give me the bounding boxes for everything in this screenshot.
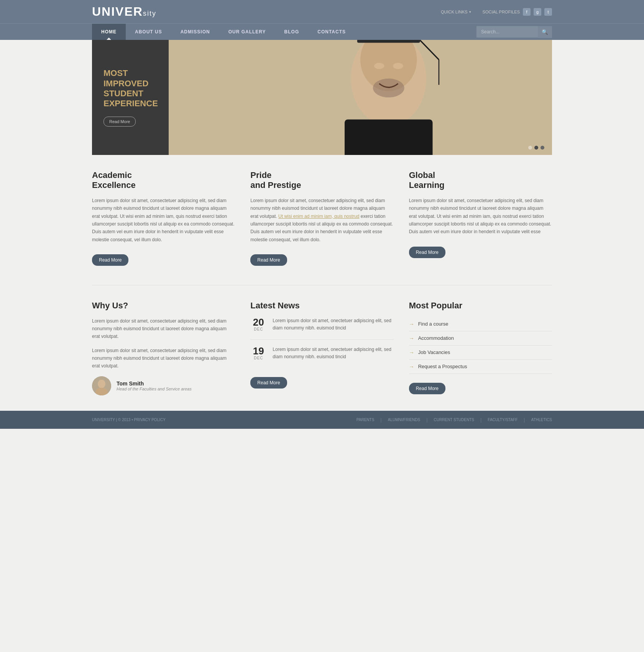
nav-item-home[interactable]: HOME — [92, 24, 126, 40]
col-academic-text: Lorem ipsum dolor sit amet, consectetuer… — [92, 197, 235, 244]
person-name: Tom Smith — [117, 380, 192, 387]
logo[interactable]: UNIVERsity — [92, 5, 156, 19]
nav-search: 🔍 — [476, 26, 552, 38]
navigation: HOME ABOUT US ADMISSION OUR GALLERY BLOG… — [0, 23, 644, 40]
google-icon[interactable]: g — [534, 8, 541, 16]
arrow-icon-2: → — [409, 335, 414, 341]
popular-text-1: Find a course — [418, 321, 449, 327]
popular-item-2[interactable]: → Accommodation — [409, 331, 552, 346]
slider-dot-1[interactable] — [528, 146, 532, 150]
footer-link-parents[interactable]: PARENTS — [356, 418, 375, 422]
popular-text-2: Accommodation — [418, 335, 454, 341]
search-input[interactable] — [476, 26, 538, 38]
news-text-1: Lorem ipsum dolor sit amet, onectetuer a… — [273, 317, 393, 332]
feature-columns: AcademicExcellence Lorem ipsum dolor sit… — [92, 170, 552, 266]
top-bar: UNIVERsity QUICK LINKS ▾ SOCIAL PROFILES… — [0, 0, 644, 23]
section-divider — [92, 285, 552, 285]
bottom-columns: Why Us? Lorem ipsum dolor sit amet, cons… — [92, 301, 552, 395]
slider-dot-3[interactable] — [540, 146, 544, 150]
news-read-more-button[interactable]: Read More — [250, 377, 287, 389]
hero-image — [169, 40, 552, 155]
facebook-icon[interactable]: f — [523, 8, 531, 16]
col-global: GlobalLearning Lorem ipsum dolor sit ame… — [409, 170, 552, 266]
arrow-icon-4: → — [409, 364, 414, 370]
nav-item-gallery[interactable]: OUR GALLERY — [219, 24, 275, 40]
col-academic: AcademicExcellence Lorem ipsum dolor sit… — [92, 170, 235, 266]
nav-item-admission[interactable]: ADMISSION — [171, 24, 219, 40]
slider-dot-2[interactable] — [534, 146, 538, 150]
popular-text-4: Request a Prospectus — [418, 364, 467, 369]
news-date-num-1: 20 — [250, 317, 266, 327]
twitter-icon[interactable]: t — [544, 8, 552, 16]
col-global-text: Lorem ipsum dolor sit amet, consectetuer… — [409, 197, 552, 236]
news-item-2: 19 DEC Lorem ipsum dolor sit amet, onect… — [250, 346, 393, 361]
popular-text-3: Job Vacancies — [418, 349, 450, 355]
popular-item-1[interactable]: → Find a course — [409, 317, 552, 331]
search-button[interactable]: 🔍 — [538, 26, 552, 38]
footer-left: UNIVERSITY | © 2013 • PRIVACY POLICY — [92, 418, 166, 422]
nav-item-blog[interactable]: BLOG — [275, 24, 309, 40]
footer-link-athletics[interactable]: ATHLETICS — [531, 418, 552, 422]
footer-right: PARENTS | ALUMNI/FRIENDS | CURRENT STUDE… — [356, 417, 552, 423]
col-global-title: GlobalLearning — [409, 170, 552, 191]
avatar — [92, 376, 111, 395]
footer-link-faculty[interactable]: FACULTY/STAFF — [488, 418, 518, 422]
hero-text-panel: MOST IMPROVED STUDENT EXPERIENCE Read Mo… — [92, 40, 169, 155]
popular-item-4[interactable]: → Request a Prospectus — [409, 360, 552, 374]
popular-item-3[interactable]: → Job Vacancies — [409, 346, 552, 360]
arrow-icon-1: → — [409, 321, 414, 327]
arrow-icon-3: → — [409, 349, 414, 356]
why-us-title: Why Us? — [92, 301, 235, 311]
col-pride-read-more-button[interactable]: Read More — [250, 254, 287, 266]
most-popular-title: Most Popular — [409, 301, 552, 311]
col-latest-news: Latest News 20 DEC Lorem ipsum dolor sit… — [250, 301, 393, 395]
news-date-block-2: 19 DEC — [250, 346, 266, 360]
nav-item-about[interactable]: ABOUT US — [126, 24, 171, 40]
nav-item-contacts[interactable]: CONTACTS — [308, 24, 355, 40]
svg-point-8 — [374, 63, 384, 69]
news-date-block-1: 20 DEC — [250, 317, 266, 331]
col-pride-link[interactable]: Ut wisi enim ad minim iam, quis nostrud — [278, 214, 359, 219]
news-item-1: 20 DEC Lorem ipsum dolor sit amet, onect… — [250, 317, 393, 332]
quick-links[interactable]: QUICK LINKS ▾ — [441, 10, 471, 14]
col-pride-text: Lorem ipsum dolor sit amet, consectetuer… — [250, 197, 393, 244]
why-us-text2: Lorem ipsum dolor sit amet, consectetuer… — [92, 347, 235, 370]
svg-point-12 — [98, 380, 105, 388]
logo-thin: sity — [143, 10, 156, 17]
col-pride: Prideand Prestige Lorem ipsum dolor sit … — [250, 170, 393, 266]
footer-link-students[interactable]: CURRENT STUDENTS — [434, 418, 474, 422]
logo-bold: UNIVER — [92, 5, 143, 18]
footer-link-alumni[interactable]: ALUMNI/FRIENDS — [388, 418, 420, 422]
footer-copyright: UNIVERSITY | © 2013 • PRIVACY POLICY — [92, 418, 166, 422]
slider-dots — [528, 146, 544, 150]
dropdown-arrow-icon: ▾ — [469, 10, 471, 14]
col-academic-read-more-button[interactable]: Read More — [92, 254, 128, 266]
news-date-num-2: 19 — [250, 346, 266, 356]
main-content: AcademicExcellence Lorem ipsum dolor sit… — [0, 155, 644, 411]
col-why-us: Why Us? Lorem ipsum dolor sit amet, cons… — [92, 301, 235, 395]
person-block: Tom Smith Head of the Faculties and Serv… — [92, 376, 235, 395]
person-title: Head of the Faculties and Service areas — [117, 387, 192, 391]
why-us-text1: Lorem ipsum dolor sit amet, consectetuer… — [92, 317, 235, 341]
svg-rect-3 — [357, 40, 420, 43]
news-text-2: Lorem ipsum dolor sit amet, onectetuer a… — [273, 346, 393, 361]
svg-point-9 — [393, 63, 403, 69]
footer: UNIVERSITY | © 2013 • PRIVACY POLICY PAR… — [0, 411, 644, 429]
hero-read-more-button[interactable]: Read More — [104, 117, 136, 127]
svg-rect-7 — [345, 119, 433, 155]
hero-slider: MOST IMPROVED STUDENT EXPERIENCE Read Mo… — [92, 40, 552, 155]
col-pride-title: Prideand Prestige — [250, 170, 393, 191]
latest-news-title: Latest News — [250, 301, 393, 311]
col-global-read-more-button[interactable]: Read More — [409, 247, 445, 258]
news-divider — [250, 339, 393, 340]
social-profiles: SOCIAL PROFILES f g t — [483, 8, 552, 16]
col-most-popular: Most Popular → Find a course → Accommoda… — [409, 301, 552, 395]
popular-read-more-button[interactable]: Read More — [409, 383, 445, 394]
col-academic-title: AcademicExcellence — [92, 170, 235, 191]
person-info: Tom Smith Head of the Faculties and Serv… — [117, 380, 192, 391]
top-right: QUICK LINKS ▾ SOCIAL PROFILES f g t — [441, 8, 552, 16]
hero-title: MOST IMPROVED STUDENT EXPERIENCE — [104, 68, 157, 109]
